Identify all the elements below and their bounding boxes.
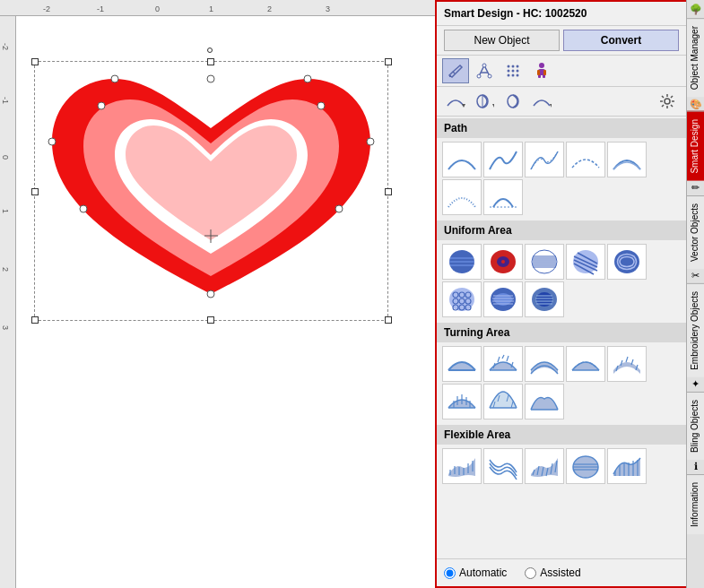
stitch-icon[interactable] <box>566 244 605 280</box>
stitch-icon[interactable] <box>525 281 564 317</box>
panel-scroll[interactable]: Path <box>437 117 686 558</box>
svg-rect-17 <box>537 70 540 75</box>
stitch-icon[interactable] <box>607 346 647 382</box>
vtab-icon-bo[interactable]: ✦ <box>687 377 705 392</box>
stitch-icon[interactable] <box>483 346 523 382</box>
stitch-icon[interactable] <box>483 384 523 419</box>
node-handle[interactable] <box>207 75 214 82</box>
svg-marker-19 <box>462 104 465 108</box>
automatic-label: Automatic <box>459 566 507 579</box>
stitch-icon[interactable] <box>525 346 564 382</box>
vtab-icon-top[interactable]: 🌳 <box>687 0 705 18</box>
node-handle[interactable] <box>48 138 56 145</box>
node-handle[interactable] <box>367 138 374 145</box>
stitch-icon[interactable] <box>483 448 523 484</box>
stitch-icon[interactable] <box>483 281 523 317</box>
ruler-mark: -2 <box>1 43 10 50</box>
stitch-icon[interactable] <box>442 384 482 419</box>
brain-tool-icon2[interactable] <box>500 90 526 113</box>
stitch-icon[interactable] <box>442 142 482 177</box>
pen-tool-icon[interactable] <box>442 58 469 83</box>
svg-point-33 <box>501 260 505 264</box>
stitch-icon[interactable] <box>525 448 564 484</box>
node-tool-icon[interactable] <box>471 58 498 83</box>
svg-point-8 <box>512 70 515 73</box>
stitch-icon[interactable] <box>607 448 647 484</box>
vtab-bling-objects[interactable]: Bling Objects <box>687 392 705 460</box>
stitch-icon[interactable] <box>566 346 605 382</box>
ruler-mark: -2 <box>43 4 50 13</box>
stitch-icon[interactable] <box>442 281 482 317</box>
stitch-icon[interactable] <box>442 244 482 280</box>
convert-button[interactable]: Convert <box>563 30 679 51</box>
icon-toolbar-1 <box>437 56 686 87</box>
node-handle[interactable] <box>304 75 311 82</box>
ruler-mark: -1 <box>1 97 10 104</box>
svg-point-1 <box>477 74 481 78</box>
stitch-icon[interactable] <box>525 384 564 419</box>
flexible-area-icon-grid <box>437 445 686 488</box>
new-object-button[interactable]: New Object <box>444 30 560 51</box>
settings-icon[interactable] <box>654 90 681 113</box>
node-handle[interactable] <box>317 102 325 109</box>
svg-marker-22 <box>492 104 494 108</box>
ruler-mark: 2 <box>267 4 272 13</box>
stitch-icon[interactable] <box>442 346 482 382</box>
stitch-icon[interactable] <box>483 142 523 177</box>
vtab-object-manager[interactable]: Object Manager <box>687 18 705 97</box>
uniform-area-icon-grid <box>437 240 686 321</box>
path-icon-grid <box>437 138 686 219</box>
stitch-icon[interactable] <box>442 448 482 484</box>
svg-point-2 <box>488 74 491 78</box>
stitch-icon[interactable] <box>442 179 482 215</box>
vtab-information[interactable]: Information <box>687 474 705 534</box>
node-handle[interactable] <box>98 102 105 109</box>
vtab-icon-info[interactable]: ℹ <box>687 460 705 474</box>
vtab-icon-eo[interactable]: ✂ <box>687 269 705 283</box>
stitch-icon[interactable] <box>607 244 647 280</box>
svg-point-23 <box>508 95 518 108</box>
ruler-mark: 3 <box>1 325 10 330</box>
node-handle[interactable] <box>80 205 87 212</box>
svg-line-81 <box>626 357 628 362</box>
brain-tool-icon1[interactable] <box>471 90 498 113</box>
flexible-area-section-header: Flexible Area <box>437 425 686 445</box>
stitch-icon[interactable] <box>566 448 605 484</box>
canvas-white[interactable] <box>16 16 435 588</box>
node-handle[interactable] <box>335 205 343 212</box>
figure-tool-icon[interactable] <box>528 58 555 83</box>
ruler-mark: 0 <box>1 155 10 160</box>
button-row: New Object Convert <box>437 26 686 56</box>
svg-point-7 <box>508 70 510 73</box>
stitch-icon[interactable] <box>607 142 647 177</box>
stitch-icon[interactable] <box>525 244 564 280</box>
svg-line-75 <box>507 356 508 361</box>
vtab-embroidery-objects[interactable]: Embroidery Objects <box>687 283 705 377</box>
vtab-vector-objects[interactable]: Vector Objects <box>687 195 705 269</box>
assisted-label: Assisted <box>540 566 580 579</box>
automatic-radio[interactable] <box>444 567 456 579</box>
node-handle[interactable] <box>207 290 214 298</box>
assisted-radio[interactable] <box>525 567 536 579</box>
stitch-icon[interactable] <box>525 142 564 177</box>
svg-point-10 <box>508 74 510 77</box>
automatic-radio-label[interactable]: Automatic <box>444 566 507 579</box>
rotation-handle[interactable] <box>207 48 213 53</box>
assisted-radio-label[interactable]: Assisted <box>525 566 580 579</box>
curve-dropdown-icon[interactable] <box>442 90 469 113</box>
vtab-icon-vo[interactable]: ✏ <box>687 181 705 195</box>
stitch-icon[interactable] <box>483 244 523 280</box>
line-curve-icon[interactable] <box>528 90 555 113</box>
vtab-icon-sd[interactable]: 🎨 <box>687 97 705 111</box>
svg-point-66 <box>536 292 552 307</box>
ruler-top: -2 -1 0 1 2 3 <box>0 0 435 16</box>
vtab-smart-design[interactable]: Smart Design <box>687 111 705 181</box>
svg-point-4 <box>508 65 510 68</box>
stitch-icon[interactable] <box>483 179 523 215</box>
dots-tool-icon[interactable] <box>500 58 526 83</box>
svg-line-73 <box>498 357 500 362</box>
node-handle[interactable] <box>111 75 118 82</box>
uniform-area-section-header: Uniform Area <box>437 220 686 240</box>
stitch-icon[interactable] <box>566 142 605 177</box>
svg-point-3 <box>482 64 486 67</box>
